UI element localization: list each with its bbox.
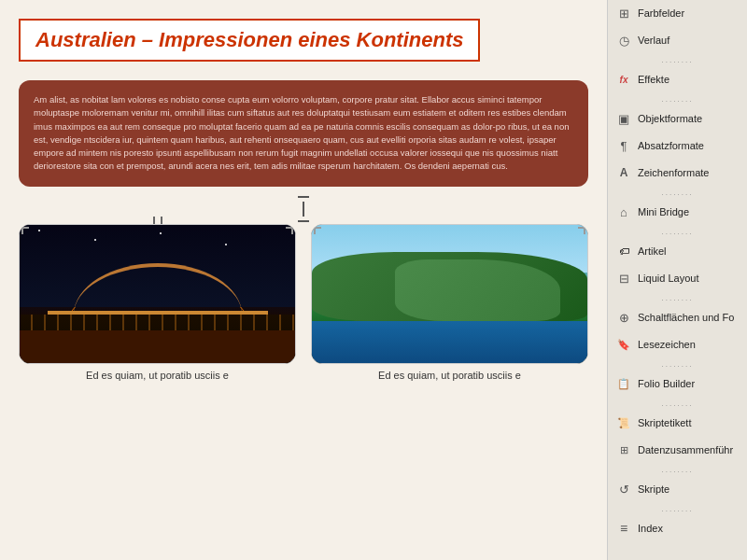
nature-frame-wrapper [311, 224, 588, 364]
icon-fx-icon [615, 73, 632, 86]
sidebar-item-objektformate[interactable]: Objektformate [608, 105, 747, 133]
icon-para-icon [615, 139, 632, 152]
bridge-image-frame[interactable] [19, 224, 296, 364]
sidebar-divider-dots: ........ [608, 187, 747, 199]
sidebar-label-folio-builder: Folio Builder [638, 378, 695, 389]
nature-corner-bl [314, 354, 321, 361]
sidebar-label-objektformate: Objektformate [638, 113, 702, 124]
icon-folio-icon [615, 377, 632, 390]
icon-rect-icon [615, 112, 632, 125]
sidebar-divider-dots: ........ [608, 398, 747, 410]
icon-buttons-icon [615, 311, 632, 324]
sidebar-item-datenzusammenfuhr[interactable]: Datenzusammenführ [608, 437, 747, 464]
sidebar-item-farbfelder[interactable]: Farbfelder [608, 0, 747, 27]
sidebar-label-index: Index [638, 523, 663, 534]
sidebar-divider-dots: ........ [608, 464, 747, 476]
sidebar-item-skriptetikett[interactable]: Skriptetikett [608, 410, 747, 437]
sidebar-item-effekte[interactable]: Effekte [608, 66, 747, 93]
corner-bl [21, 354, 29, 361]
sidebar-label-farbfelder: Farbfelder [638, 7, 684, 19]
sidebar-item-lesezeichen[interactable]: Lesezeichen [608, 331, 747, 358]
sidebar-label-verlauf: Verlauf [638, 35, 669, 46]
sidebar-item-absatzformate[interactable]: Absatzformate [608, 133, 747, 160]
icon-layout-icon [615, 272, 632, 285]
sidebar-divider-dots: ........ [608, 292, 747, 304]
page-title: Australien – Impressionen eines Kontinen… [35, 28, 463, 51]
sidebar-item-liquid-layout[interactable]: Liquid Layout [608, 265, 747, 292]
sidebar-divider-dots: ........ [608, 226, 747, 238]
main-content: Australien – Impressionen eines Kontinen… [0, 0, 607, 560]
sidebar-label-absatzformate: Absatzformate [638, 140, 704, 151]
sidebar-label-mini-bridge: Mini Bridge [638, 206, 689, 217]
corner-tl [21, 227, 29, 234]
sidebar-divider-dots: ........ [608, 93, 747, 105]
icon-a-icon [615, 166, 632, 179]
icon-bookmark-icon [615, 338, 632, 351]
corner-tr [286, 227, 293, 234]
sidebar-item-mini-bridge[interactable]: Mini Bridge [608, 199, 747, 226]
nature-corner-tr [578, 227, 585, 234]
sidebar-item-folio-builder[interactable]: Folio Builder [608, 371, 747, 398]
sidebar: FarbfelderVerlauf........Effekte........… [607, 0, 747, 560]
sidebar-label-datenzusammenfuhr: Datenzusammenführ [638, 444, 733, 455]
icon-skripte-icon [615, 483, 632, 496]
sidebar-item-skripte[interactable]: Skripte [608, 476, 747, 503]
corner-br [286, 354, 293, 361]
icon-script-icon [615, 416, 632, 429]
sidebar-item-index[interactable]: Index [608, 515, 747, 542]
icon-bridge-icon [615, 205, 632, 218]
frame-anchor-top [153, 217, 162, 224]
icon-data-icon [615, 443, 632, 456]
sidebar-label-skriptetikett: Skriptetikett [638, 417, 691, 428]
nature-corner-tl [314, 227, 321, 234]
nature-corner-br [578, 354, 585, 361]
sidebar-label-effekte: Effekte [638, 74, 669, 85]
sidebar-label-lesezeichen: Lesezeichen [638, 339, 696, 350]
icon-index-icon [615, 522, 632, 535]
bridge-caption: Ed es quiam, ut poratib usciis e [86, 370, 229, 381]
sidebar-item-zeichenformate[interactable]: Zeichenformate [608, 160, 747, 187]
icon-grid-icon [615, 7, 632, 20]
bridge-image-container: Ed es quiam, ut poratib usciis e [19, 224, 296, 381]
images-row: Ed es quiam, ut poratib usciis e [19, 224, 588, 381]
sidebar-divider-dots: ........ [608, 503, 747, 515]
sidebar-label-skripte: Skripte [638, 483, 669, 495]
title-box: Australien – Impressionen eines Kontinen… [19, 19, 480, 62]
resize-handle[interactable] [303, 202, 304, 217]
body-text: Am alist, as nobitat lam volores es nobi… [34, 94, 569, 171]
bridge-image [20, 225, 295, 363]
body-text-box: Am alist, as nobitat lam volores es nobi… [19, 80, 588, 187]
bridge-frame-wrapper [19, 224, 296, 364]
sidebar-item-verlauf[interactable]: Verlauf [608, 27, 747, 54]
sidebar-label-artikel: Artikel [638, 245, 667, 257]
sidebar-item-artikel[interactable]: Artikel [608, 238, 747, 265]
sidebar-divider-dots: ........ [608, 358, 747, 371]
sidebar-label-liquid-layout: Liquid Layout [638, 273, 698, 284]
nature-image [312, 225, 587, 363]
icon-tag-icon [615, 245, 632, 258]
sidebar-item-schaltflaechen[interactable]: Schaltflächen und Fo [608, 304, 747, 331]
nature-image-container: Ed es quiam, ut poratib usciis e [311, 224, 588, 381]
nature-image-frame[interactable] [311, 224, 588, 364]
sidebar-label-zeichenformate: Zeichenformate [638, 167, 709, 178]
nature-caption: Ed es quiam, ut poratib usciis e [378, 370, 521, 381]
sidebar-label-schaltflaechen: Schaltflächen und Fo [638, 312, 734, 323]
sidebar-divider-dots: ........ [608, 54, 747, 66]
icon-clock-icon [615, 34, 632, 47]
